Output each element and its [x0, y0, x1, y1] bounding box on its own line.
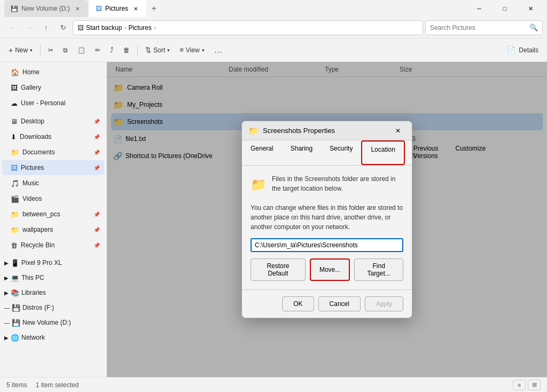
modal-tab-general[interactable]: General — [242, 140, 282, 165]
forward-button[interactable]: → — [21, 20, 36, 35]
modal-body: 📁 Files in the Screenshots folder are st… — [242, 166, 412, 289]
copy-button[interactable]: ⧉ — [59, 42, 72, 59]
sidebar-item-gallery[interactable]: 🖼 Gallery — [2, 80, 104, 95]
paste-icon: 📋 — [77, 46, 85, 54]
sidebar-section-this-pc[interactable]: ▶ 💻 This PC — [0, 270, 106, 285]
breadcrumb[interactable]: 🖼 Start backup › Pictures › — [73, 20, 423, 35]
sidebar-item-documents[interactable]: 📁 Documents 📌 — [2, 145, 104, 160]
sidebar-item-pictures[interactable]: 🖼 Pictures 📌 — [2, 160, 104, 175]
sidebar-item-between-pcs[interactable]: 📁 between_pcs 📌 — [2, 207, 104, 222]
modal-tab-sharing[interactable]: Sharing — [282, 140, 321, 165]
add-tab-button[interactable]: + — [146, 1, 161, 16]
tab-close-2[interactable]: ✕ — [131, 4, 140, 13]
view-toggle: ≡ ⊞ — [513, 380, 541, 390]
sort-button[interactable]: ⇅ Sort ▾ — [141, 42, 174, 59]
modal-overlay: 📁 Screenshots Properties ✕ General Shari… — [107, 62, 547, 377]
pin-icon-6: 📌 — [93, 227, 100, 233]
tab-close-1[interactable]: ✕ — [73, 4, 82, 13]
tab-new-volume[interactable]: 💾 New Volume (D:) ✕ — [4, 0, 88, 17]
sidebar-item-videos[interactable]: 🎬 Videos — [2, 191, 104, 206]
pictures-icon: 🖼 — [11, 164, 18, 172]
expand-icon-network: ▶ — [4, 335, 9, 341]
titlebar: 💾 New Volume (D:) ✕ 🖼 Pictures ✕ + ─ □ ✕ — [0, 0, 547, 17]
sidebar-section-libraries[interactable]: ▶ 📚 Libraries — [0, 285, 106, 300]
modal-close-button[interactable]: ✕ — [390, 123, 405, 138]
close-button[interactable]: ✕ — [518, 0, 543, 17]
view-chevron: ▾ — [202, 48, 205, 53]
file-content: Name Date modified Type Size 📁 Camera Ro… — [107, 62, 547, 377]
cloud-icon: ☁ — [11, 99, 18, 107]
search-box[interactable]: 🔍 — [425, 20, 543, 35]
modal-titlebar: 📁 Screenshots Properties ✕ — [242, 121, 412, 140]
sort-chevron: ▾ — [167, 48, 170, 53]
move-button[interactable]: Move... — [310, 258, 350, 281]
sidebar-section-network[interactable]: ▶ 🌐 Network — [0, 330, 106, 345]
sidebar-section-new-volume[interactable]: — 💾 New Volume (D:) — [0, 315, 106, 330]
pin-icon-2: 📌 — [93, 134, 100, 140]
breadcrumb-pictures[interactable]: Pictures — [128, 24, 151, 32]
cancel-button[interactable]: Cancel — [318, 296, 361, 311]
modal-tabs: General Sharing Security Location Previo… — [242, 140, 412, 166]
sidebar-item-downloads[interactable]: ⬇ Downloads 📌 — [2, 129, 104, 144]
search-input[interactable] — [430, 24, 526, 32]
sidebar-item-recycle-bin[interactable]: 🗑 Recycle Bin 📌 — [2, 238, 104, 253]
sidebar-item-desktop[interactable]: 🖥 Desktop 📌 — [2, 114, 104, 129]
new-button[interactable]: + New ▾ — [4, 42, 37, 59]
modal-folder-icon: 📁 — [248, 126, 259, 136]
sidebar-item-music[interactable]: 🎵 Music — [2, 176, 104, 191]
ok-button[interactable]: OK — [282, 296, 314, 311]
modal-info: 📁 Files in the Screenshots folder are st… — [251, 174, 403, 194]
grid-view-button[interactable]: ⊞ — [528, 380, 541, 390]
expand-icon-newvol: — — [4, 320, 10, 326]
library-icon: 📚 — [11, 289, 19, 297]
view-icon: ≡ — [179, 46, 184, 54]
modal-info-folder-icon: 📁 — [251, 175, 267, 194]
restore-default-button[interactable]: Restore Default — [251, 258, 306, 281]
view-button[interactable]: ≡ View ▾ — [175, 42, 208, 59]
find-target-button[interactable]: Find Target... — [354, 258, 403, 281]
delete-button[interactable]: 🗑 — [119, 42, 134, 59]
sidebar-item-home[interactable]: 🏠 Home — [2, 65, 104, 80]
list-view-button[interactable]: ≡ — [513, 380, 526, 390]
breadcrumb-start[interactable]: Start backup — [86, 24, 122, 32]
download-icon: ⬇ — [11, 133, 17, 141]
selected-count: 1 item selected — [36, 381, 79, 389]
navbar: ← → ↑ ↻ 🖼 Start backup › Pictures › 🔍 — [0, 17, 547, 38]
video-icon: 🎬 — [11, 195, 19, 203]
sidebar-section-pixel[interactable]: ▶ 📱 Pixel 9 Pro XL — [0, 255, 106, 270]
item-count: 5 items — [6, 381, 27, 389]
maximize-button[interactable]: □ — [493, 0, 517, 17]
toolbar-separator-1 — [40, 45, 41, 56]
details-icon: 📄 — [507, 46, 515, 54]
pin-icon: 📌 — [93, 119, 100, 124]
rename-button[interactable]: ✏ — [91, 42, 105, 59]
refresh-button[interactable]: ↻ — [56, 20, 71, 35]
tab-pictures[interactable]: 🖼 Pictures ✕ — [89, 0, 146, 17]
cut-button[interactable]: ✂ — [44, 42, 58, 59]
sidebar-item-wallpapers[interactable]: 📁 wallpapers 📌 — [2, 222, 104, 237]
share-icon: ⤴ — [110, 46, 114, 54]
up-button[interactable]: ↑ — [38, 20, 53, 35]
sidebar: 🏠 Home 🖼 Gallery ☁ User - Personal 🖥 Des… — [0, 62, 107, 377]
details-button[interactable]: 📄 Details — [503, 42, 543, 59]
share-button[interactable]: ⤴ — [106, 42, 118, 59]
pc-icon: 💻 — [11, 274, 19, 282]
modal-title: 📁 Screenshots Properties — [248, 126, 390, 136]
gallery-icon: 🖼 — [11, 84, 18, 92]
modal-tab-location[interactable]: Location — [361, 140, 404, 165]
apply-button[interactable]: Apply — [365, 296, 403, 311]
sidebar-section-distros[interactable]: — 💾 Distros (F:) — [0, 300, 106, 315]
modal-tab-previous-versions[interactable]: Previous Versions — [405, 140, 447, 165]
modal-tab-customize[interactable]: Customize — [447, 140, 495, 165]
minimize-button[interactable]: ─ — [467, 0, 491, 17]
cut-icon: ✂ — [48, 46, 53, 54]
paste-button[interactable]: 📋 — [73, 42, 90, 59]
sidebar-item-user-personal[interactable]: ☁ User - Personal — [2, 96, 104, 111]
back-button[interactable]: ← — [4, 20, 19, 35]
modal-path-input[interactable] — [251, 238, 403, 252]
desktop-icon: 🖥 — [11, 117, 18, 126]
sort-icon: ⇅ — [145, 46, 151, 54]
more-button[interactable]: … — [210, 42, 227, 59]
drive-icon-2: 💾 — [12, 319, 20, 327]
modal-tab-security[interactable]: Security — [321, 140, 361, 165]
